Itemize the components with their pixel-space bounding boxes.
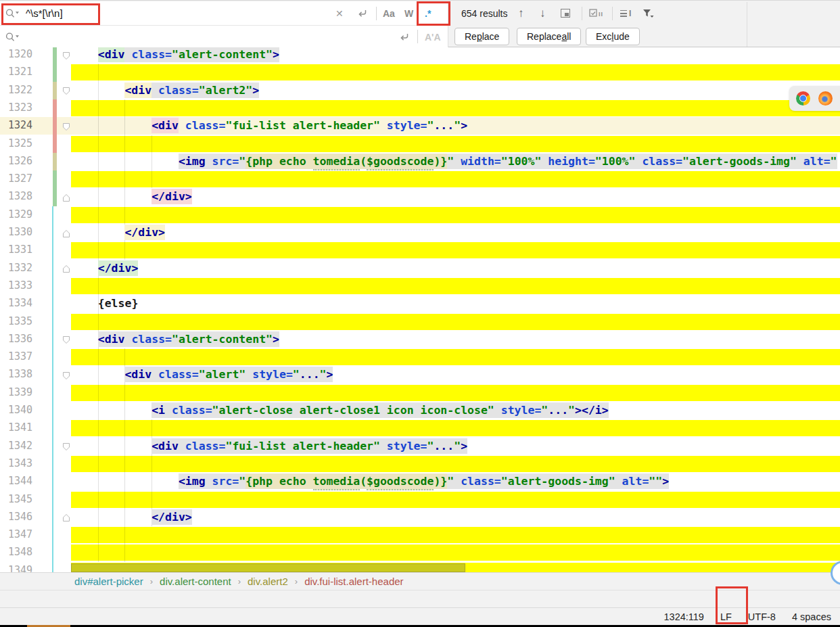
line-number[interactable]: 1348 bbox=[0, 546, 32, 558]
code-line[interactable]: <div class="alert" style="..."> bbox=[124, 367, 333, 383]
code-line[interactable]: <img src="{php echo tomedia($goodscode)}… bbox=[179, 473, 669, 490]
vcs-change-marker[interactable] bbox=[53, 99, 57, 153]
search-match-line[interactable] bbox=[71, 136, 840, 152]
prev-occurrence-button[interactable]: ↑ bbox=[518, 1, 524, 25]
line-number[interactable]: 1320 bbox=[0, 48, 32, 60]
line-number[interactable]: 1338 bbox=[0, 368, 32, 380]
line-number[interactable]: 1332 bbox=[0, 262, 32, 274]
line-number[interactable]: 1346 bbox=[0, 511, 32, 523]
line-number[interactable]: 1324 bbox=[0, 119, 32, 131]
code-line[interactable]: <div class="fui-list alert-header" style… bbox=[151, 118, 467, 134]
breadcrumb-item[interactable]: div#alert-picker bbox=[74, 576, 143, 587]
search-match-line[interactable] bbox=[71, 64, 840, 80]
search-match-line[interactable] bbox=[71, 385, 840, 401]
editor[interactable]: 1320<div class="alert-content">13211322<… bbox=[0, 47, 840, 572]
replace-all-button[interactable]: Replace all bbox=[517, 28, 581, 45]
line-number[interactable]: 1331 bbox=[0, 243, 32, 256]
search-match-line[interactable] bbox=[71, 278, 840, 294]
code-line[interactable]: </div> bbox=[98, 260, 139, 277]
line-number[interactable]: 1344 bbox=[0, 475, 32, 487]
code-line[interactable]: <div class="alert-content"> bbox=[98, 47, 279, 63]
line-number[interactable]: 1337 bbox=[0, 350, 32, 363]
line-number[interactable]: 1323 bbox=[0, 101, 32, 114]
replace-button[interactable]: Replace bbox=[454, 28, 509, 45]
select-lines-icon[interactable]: I bbox=[620, 1, 631, 25]
search-match-line[interactable] bbox=[71, 420, 840, 436]
exclude-button[interactable]: Exclude bbox=[586, 28, 640, 45]
line-number[interactable]: 1330 bbox=[0, 226, 32, 238]
vcs-change-marker[interactable] bbox=[52, 206, 53, 572]
horizontal-scrollbar-thumb[interactable] bbox=[71, 563, 465, 572]
search-match-line[interactable] bbox=[71, 171, 840, 187]
line-number[interactable]: 1336 bbox=[0, 333, 32, 345]
chrome-icon[interactable] bbox=[796, 91, 810, 106]
next-occurrence-button[interactable]: ↓ bbox=[540, 1, 546, 25]
code-line[interactable]: <div class="alert-content"> bbox=[98, 331, 279, 348]
newline-icon[interactable] bbox=[398, 25, 410, 49]
vcs-change-marker[interactable] bbox=[53, 153, 57, 170]
fold-marker-up[interactable] bbox=[62, 193, 70, 202]
filter-icon[interactable] bbox=[642, 1, 654, 25]
vcs-change-marker[interactable] bbox=[53, 47, 57, 82]
line-number[interactable]: 1327 bbox=[0, 172, 32, 185]
regex-toggle[interactable]: .* bbox=[425, 1, 431, 25]
line-number[interactable]: 1321 bbox=[0, 66, 32, 78]
vcs-change-marker[interactable] bbox=[53, 170, 57, 206]
search-input[interactable]: ^\s*[\r\n] bbox=[26, 1, 63, 25]
search-match-line[interactable] bbox=[71, 349, 840, 365]
fold-marker-down[interactable] bbox=[62, 371, 70, 379]
line-number[interactable]: 1339 bbox=[0, 386, 32, 398]
code-line[interactable]: <div class="alert2"> bbox=[124, 83, 259, 99]
line-number[interactable]: 1335 bbox=[0, 315, 32, 327]
encoding[interactable]: UTF-8 bbox=[748, 611, 776, 622]
search-match-line[interactable] bbox=[71, 492, 840, 508]
search-match-line[interactable] bbox=[71, 456, 840, 472]
line-number[interactable]: 1345 bbox=[0, 493, 32, 505]
search-match-line[interactable] bbox=[71, 314, 840, 330]
clear-search-icon[interactable]: ✕ bbox=[335, 1, 344, 25]
preserve-case-icon[interactable]: II bbox=[589, 1, 603, 25]
breadcrumb-item[interactable]: div.fui-list.alert-header bbox=[304, 576, 403, 587]
words-toggle[interactable]: W bbox=[404, 1, 413, 25]
preserve-case-toggle[interactable]: A'A bbox=[425, 25, 441, 49]
line-number[interactable]: 1340 bbox=[0, 404, 32, 416]
line-number[interactable]: 1328 bbox=[0, 190, 32, 202]
vcs-change-marker[interactable] bbox=[53, 82, 57, 99]
match-case-toggle[interactable]: Aa bbox=[383, 1, 395, 25]
fold-marker-up[interactable] bbox=[62, 264, 70, 273]
code-line[interactable]: </div> bbox=[151, 509, 192, 526]
line-number[interactable]: 1325 bbox=[0, 137, 32, 149]
search-match-line[interactable] bbox=[71, 544, 840, 561]
fold-marker-up[interactable] bbox=[62, 513, 70, 521]
newline-icon[interactable] bbox=[356, 1, 368, 25]
code-line[interactable]: {else} bbox=[98, 296, 139, 312]
indentation[interactable]: 4 spaces bbox=[792, 611, 831, 622]
search-match-line[interactable] bbox=[71, 527, 840, 543]
line-number[interactable]: 1333 bbox=[0, 279, 32, 292]
line-ending[interactable]: LF bbox=[720, 611, 732, 622]
line-number[interactable]: 1341 bbox=[0, 421, 32, 434]
line-number[interactable]: 1334 bbox=[0, 297, 32, 309]
line-number[interactable]: 1347 bbox=[0, 528, 32, 540]
code-line[interactable]: <img src="{php echo tomedia($goodscode)}… bbox=[179, 154, 837, 170]
code-line[interactable]: <i class="alert-close alert-close1 icon … bbox=[151, 402, 609, 419]
line-number[interactable]: 1322 bbox=[0, 84, 32, 96]
line-number[interactable]: 1343 bbox=[0, 457, 32, 469]
fold-marker-down[interactable] bbox=[62, 86, 70, 95]
fold-marker-down[interactable] bbox=[62, 442, 70, 450]
code-line[interactable]: <div class="fui-list alert-header" style… bbox=[151, 438, 467, 455]
fold-marker-down[interactable] bbox=[62, 335, 70, 344]
fold-marker-down[interactable] bbox=[62, 122, 70, 131]
code-line[interactable]: </div> bbox=[124, 225, 165, 241]
search-match-line[interactable] bbox=[71, 100, 840, 116]
line-number[interactable]: 1349 bbox=[0, 564, 32, 572]
line-number[interactable]: 1329 bbox=[0, 208, 32, 220]
breadcrumb-item[interactable]: div.alert-content bbox=[160, 576, 231, 587]
firefox-icon[interactable] bbox=[818, 91, 833, 106]
open-in-window-icon[interactable] bbox=[561, 1, 570, 25]
line-number[interactable]: 1342 bbox=[0, 440, 32, 452]
code-line[interactable]: </div> bbox=[151, 189, 192, 205]
replace-field-icon[interactable] bbox=[5, 25, 20, 49]
breadcrumb-item[interactable]: div.alert2 bbox=[248, 576, 288, 587]
search-match-line[interactable] bbox=[71, 242, 840, 258]
